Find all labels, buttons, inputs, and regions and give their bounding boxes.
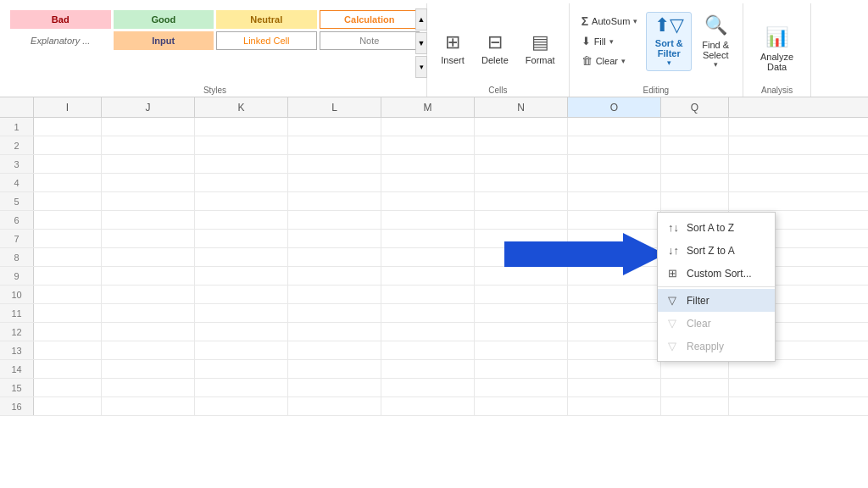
clear-button[interactable]: 🗑 Clear ▾ xyxy=(576,52,643,69)
cell-q2[interactable] xyxy=(661,136,729,154)
cell-k1[interactable] xyxy=(195,118,288,136)
cell-n3[interactable] xyxy=(475,155,568,173)
styles-grid: Bad Good Neutral Calculation Explanatory… xyxy=(10,7,420,53)
cell-m1[interactable] xyxy=(381,118,475,136)
col-header-q[interactable]: Q xyxy=(661,97,729,117)
cell-q1[interactable] xyxy=(661,118,729,136)
cell-k2[interactable] xyxy=(195,136,288,154)
cell-i1[interactable] xyxy=(34,118,102,136)
find-select-button[interactable]: 🔍 Find &Select ▾ xyxy=(695,12,736,71)
row-number-11: 11 xyxy=(0,304,34,322)
menu-item-sort-az[interactable]: ↑↓ Sort A to Z xyxy=(658,216,775,239)
cell-j2[interactable] xyxy=(102,136,195,154)
cell-m2[interactable] xyxy=(381,136,475,154)
style-explanatory[interactable]: Explanatory ... xyxy=(10,31,111,50)
cell-m3[interactable] xyxy=(381,155,475,173)
cell-l1[interactable] xyxy=(288,118,381,136)
cell-j5[interactable] xyxy=(102,192,195,210)
col-header-o[interactable]: O xyxy=(568,97,661,117)
autosum-dropdown-icon: ▾ xyxy=(633,17,637,25)
col-header-n[interactable]: N xyxy=(475,97,568,117)
cell-i4[interactable] xyxy=(34,174,102,191)
autosum-sigma-icon: Σ xyxy=(581,14,588,28)
column-headers: I J K L M N O Q xyxy=(0,97,868,118)
style-note[interactable]: Note xyxy=(320,31,420,50)
cell-q5[interactable] xyxy=(661,192,729,210)
style-linked-cell[interactable]: Linked Cell xyxy=(216,31,317,50)
cell-n2[interactable] xyxy=(475,136,568,154)
styles-scroll-down[interactable]: ▼ xyxy=(415,32,427,54)
cell-q3[interactable] xyxy=(661,155,729,173)
cell-o1[interactable] xyxy=(568,118,661,136)
insert-button[interactable]: ⊞ Insert xyxy=(434,19,471,79)
cells-label: Cells xyxy=(434,84,562,95)
col-header-l[interactable]: L xyxy=(288,97,381,117)
styles-label: Styles xyxy=(10,84,420,95)
sort-filter-icon: ⬆▽ xyxy=(654,16,684,35)
cells-buttons: ⊞ Insert ⊟ Delete ▤ Format xyxy=(434,7,562,84)
row-number-6: 6 xyxy=(0,211,34,229)
menu-item-filter-label: Filter xyxy=(687,295,709,307)
cell-j1[interactable] xyxy=(102,118,195,136)
cell-o2[interactable] xyxy=(568,136,661,154)
cell-k5[interactable] xyxy=(195,192,288,210)
cell-l2[interactable] xyxy=(288,136,381,154)
format-label: Format xyxy=(526,55,555,65)
cell-i2[interactable] xyxy=(34,136,102,154)
styles-expand[interactable]: ▾ xyxy=(415,56,427,78)
style-calculation[interactable]: Calculation xyxy=(320,10,420,29)
col-header-m[interactable]: M xyxy=(381,97,475,117)
table-row: 3 xyxy=(0,155,868,174)
menu-item-reapply-label: Reapply xyxy=(687,341,724,352)
analyze-data-button[interactable]: 📊 AnalyzeData xyxy=(754,19,800,79)
table-row: 1 xyxy=(0,118,868,136)
format-button[interactable]: ▤ Format xyxy=(519,19,562,79)
style-neutral[interactable]: Neutral xyxy=(216,10,317,29)
cell-k3[interactable] xyxy=(195,155,288,173)
cell-o3[interactable] xyxy=(568,155,661,173)
cell-o5[interactable] xyxy=(568,192,661,210)
cell-j4[interactable] xyxy=(102,174,195,191)
cell-m5[interactable] xyxy=(381,192,475,210)
find-select-icon: 🔍 xyxy=(704,14,727,36)
style-input[interactable]: Input xyxy=(114,31,214,50)
cell-m4[interactable] xyxy=(381,174,475,191)
cell-i3[interactable] xyxy=(34,155,102,173)
row-number-3: 3 xyxy=(0,155,34,173)
delete-button[interactable]: ⊟ Delete xyxy=(475,19,515,79)
cell-q4[interactable] xyxy=(661,174,729,191)
insert-label: Insert xyxy=(441,55,465,65)
menu-item-reapply: ▽ Reapply xyxy=(658,335,775,358)
style-good[interactable]: Good xyxy=(114,10,214,29)
menu-item-clear: ▽ Clear xyxy=(658,312,775,335)
cell-o4[interactable] xyxy=(568,174,661,191)
styles-scroll-up[interactable]: ▲ xyxy=(415,8,427,30)
sort-za-icon: ↓↑ xyxy=(668,244,682,257)
cell-k4[interactable] xyxy=(195,174,288,191)
cell-j3[interactable] xyxy=(102,155,195,173)
fill-dropdown-icon: ▾ xyxy=(609,37,614,46)
cell-i5[interactable] xyxy=(34,192,102,210)
fill-button[interactable]: ⬇ Fill ▾ xyxy=(576,32,643,50)
cell-n4[interactable] xyxy=(475,174,568,191)
style-bad[interactable]: Bad xyxy=(10,10,111,29)
sort-filter-button[interactable]: ⬆▽ Sort &Filter ▾ xyxy=(646,12,692,71)
cell-l4[interactable] xyxy=(288,174,381,191)
sort-filter-dropdown-menu: ↑↓ Sort A to Z ↓↑ Sort Z to A ⊞ Custom S… xyxy=(657,212,776,362)
table-row: 15 xyxy=(0,379,868,397)
col-header-i[interactable]: I xyxy=(34,97,102,117)
cell-l3[interactable] xyxy=(288,155,381,173)
menu-item-filter[interactable]: ▽ Filter xyxy=(658,289,775,312)
col-header-k[interactable]: K xyxy=(195,97,288,117)
menu-item-sort-za[interactable]: ↓↑ Sort Z to A xyxy=(658,239,775,262)
col-header-j[interactable]: J xyxy=(102,97,195,117)
autosum-button[interactable]: Σ AutoSum ▾ xyxy=(576,12,643,30)
sort-filter-dropdown-icon: ▾ xyxy=(667,58,671,67)
editing-group: Σ AutoSum ▾ ⬇ Fill ▾ 🗑 Clear ▾ xyxy=(570,3,743,97)
cell-n5[interactable] xyxy=(475,192,568,210)
cell-l5[interactable] xyxy=(288,192,381,210)
row-number-15: 15 xyxy=(0,379,34,396)
cell-n1[interactable] xyxy=(475,118,568,136)
menu-item-custom-sort[interactable]: ⊞ Custom Sort... xyxy=(658,262,775,285)
sort-filter-label: Sort &Filter xyxy=(655,38,683,58)
